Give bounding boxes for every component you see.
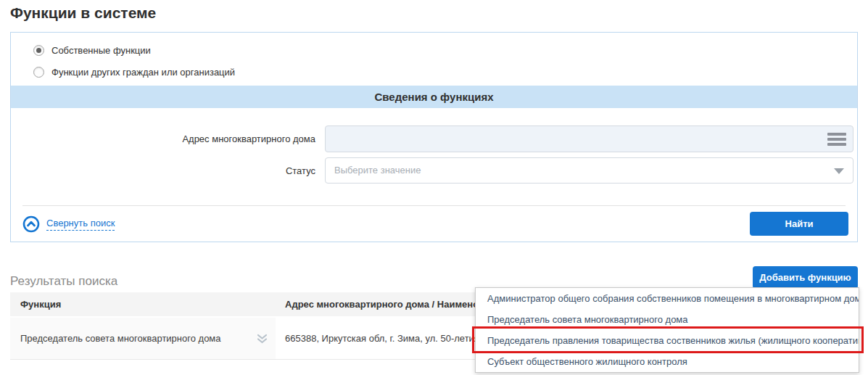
cell-function: Председатель совета многоквартирного дом… <box>10 318 276 359</box>
section-title: Сведения о функциях <box>11 86 857 108</box>
radio-other-functions[interactable]: Функции других граждан или организаций <box>33 67 857 78</box>
column-header-function: Функция <box>10 299 276 310</box>
radio-other-functions-label: Функции других граждан или организаций <box>51 67 235 78</box>
radio-own-functions[interactable]: Собственные функции <box>33 45 857 56</box>
results-title: Результаты поиска <box>10 274 117 289</box>
page-title: Функции в системе <box>10 4 868 22</box>
menu-item-hoa-board-chairman[interactable]: Председатель правления товарищества сост… <box>476 330 859 351</box>
collapse-circle-icon[interactable] <box>22 215 40 233</box>
find-button[interactable]: Найти <box>750 212 848 236</box>
menu-item-osss-admin[interactable]: Администратор общего собрания собственни… <box>476 288 859 309</box>
results-header: Результаты поиска Добавить функцию <box>10 266 858 289</box>
status-placeholder: Выберите значение <box>326 158 853 183</box>
menu-item-council-chairman[interactable]: Председатель совета многоквартирного дом… <box>476 309 859 330</box>
panel-footer: Свернуть поиск Найти <box>11 206 857 242</box>
search-panel: Собственные функции Функции других гражд… <box>10 32 858 242</box>
status-row: Статус Выберите значение <box>11 157 857 184</box>
radio-group: Собственные функции Функции других гражд… <box>11 33 857 86</box>
chevron-down-icon[interactable] <box>834 168 844 174</box>
add-function-dropdown-menu: Администратор общего собрания собственни… <box>475 287 859 373</box>
hamburger-icon[interactable] <box>827 131 846 148</box>
address-input[interactable] <box>325 125 853 152</box>
menu-item-public-housing-control[interactable]: Субъект общественного жилищного контроля <box>476 351 859 372</box>
search-form: Адрес многоквартирного дома Статус Выбер… <box>11 108 857 184</box>
radio-unselected-icon[interactable] <box>33 67 44 78</box>
cell-function-text: Председатель совета многоквартирного дом… <box>20 333 221 344</box>
address-row: Адрес многоквартирного дома <box>11 125 857 152</box>
double-chevron-down-icon[interactable] <box>256 333 268 345</box>
address-label: Адрес многоквартирного дома <box>11 133 315 144</box>
collapse-search[interactable]: Свернуть поиск <box>22 215 115 233</box>
add-function-button[interactable]: Добавить функцию <box>753 266 858 289</box>
collapse-search-link[interactable]: Свернуть поиск <box>46 218 115 231</box>
radio-selected-icon[interactable] <box>33 45 44 56</box>
radio-own-functions-label: Собственные функции <box>51 45 151 56</box>
functions-page: Функции в системе Собственные функции Фу… <box>0 0 868 375</box>
status-select[interactable]: Выберите значение <box>325 157 853 184</box>
status-label: Статус <box>11 165 315 176</box>
